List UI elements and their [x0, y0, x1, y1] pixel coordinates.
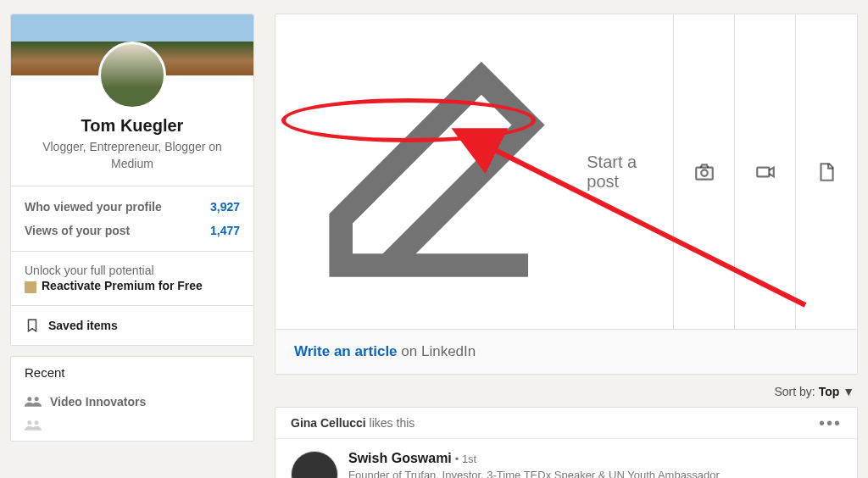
liker-name: Gina Cellucci [291, 416, 366, 430]
recent-title: Recent [25, 365, 240, 380]
liker-suffix: likes this [370, 416, 415, 430]
svg-point-0 [27, 397, 31, 401]
recent-item-other[interactable] [25, 414, 240, 437]
premium-badge-icon [25, 281, 36, 293]
recent-item-label: Video Innovators [50, 395, 146, 409]
write-article-suffix: on LinkedIn [401, 343, 476, 359]
sort-dropdown[interactable]: Sort by: Top ▼ [275, 381, 858, 407]
svg-point-3 [35, 420, 39, 425]
premium-cta: Reactivate Premium for Free [42, 279, 203, 292]
write-article-row[interactable]: Write an article on LinkedIn [275, 329, 857, 374]
video-icon [754, 161, 776, 183]
profile-headline: Vlogger, Entrepreneur, Blogger on Medium [21, 139, 243, 172]
svg-point-5 [701, 170, 708, 176]
start-post-button[interactable]: Start a post [275, 14, 674, 329]
profile-avatar[interactable] [98, 42, 166, 109]
stat-post-views[interactable]: Views of your post 1,477 [11, 219, 253, 242]
post-menu-button[interactable]: ••• [819, 420, 842, 426]
stat-label: Views of your post [25, 224, 130, 237]
sort-value: Top [819, 385, 840, 398]
group-icon [25, 395, 42, 409]
stat-profile-views[interactable]: Who viewed your profile 3,927 [11, 195, 253, 219]
bookmark-icon [25, 318, 40, 333]
photo-button[interactable] [674, 14, 735, 329]
feed-post: Gina Cellucci likes this ••• Swish Goswa… [275, 407, 858, 478]
main-feed: Start a post Write an article on LinkedI… [275, 14, 858, 478]
left-sidebar: Tom Kuegler Vlogger, Entrepreneur, Blogg… [10, 14, 254, 478]
premium-upsell[interactable]: Unlock your full potential Reactivate Pr… [11, 252, 253, 305]
edit-icon [294, 31, 575, 312]
profile-name[interactable]: Tom Kuegler [21, 116, 243, 136]
recent-card: Recent Video Innovators [10, 356, 254, 442]
recent-item-video-innovators[interactable]: Video Innovators [25, 390, 240, 414]
stat-value: 3,927 [210, 200, 240, 214]
caret-down-icon: ▼ [843, 385, 854, 398]
author-name[interactable]: Swish Goswami [348, 451, 452, 465]
share-box: Start a post Write an article on LinkedI… [275, 14, 858, 375]
stat-label: Who viewed your profile [25, 200, 162, 214]
feed-header-text[interactable]: Gina Cellucci likes this [291, 416, 415, 430]
profile-card: Tom Kuegler Vlogger, Entrepreneur, Blogg… [10, 14, 254, 346]
group-icon [25, 419, 42, 432]
stat-value: 1,477 [210, 224, 240, 237]
author-degree: 1st [462, 453, 476, 465]
camera-icon [693, 161, 715, 183]
start-post-label: Start a post [587, 153, 654, 192]
document-button[interactable] [796, 14, 857, 329]
svg-point-1 [35, 397, 39, 401]
video-button[interactable] [735, 14, 796, 329]
author-headline: Founder of Trufan, Investor, 3-Time TEDx… [348, 468, 720, 478]
premium-top: Unlock your full potential [25, 264, 240, 277]
svg-rect-6 [757, 167, 769, 176]
document-icon [815, 161, 837, 183]
svg-point-2 [27, 420, 31, 425]
write-article-link[interactable]: Write an article [294, 343, 398, 359]
sort-label: Sort by: [774, 385, 815, 398]
author-avatar[interactable] [291, 451, 338, 478]
saved-label: Saved items [48, 319, 118, 332]
profile-banner [11, 14, 253, 75]
saved-items[interactable]: Saved items [11, 306, 253, 345]
